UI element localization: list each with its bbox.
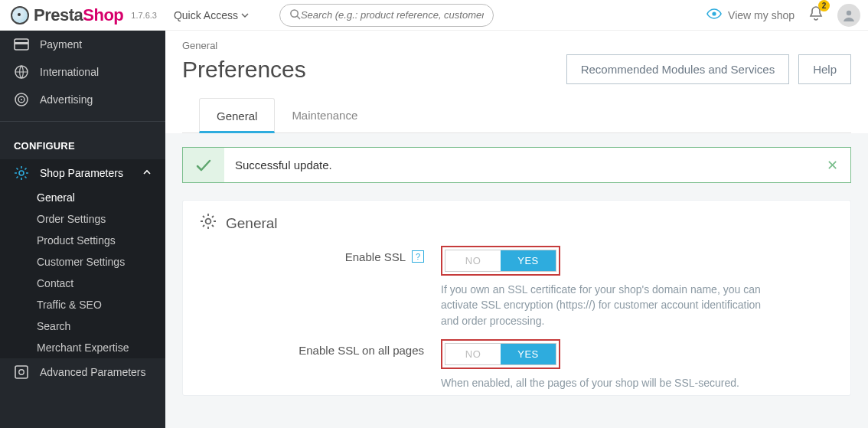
field-label: Enable SSL on all pages bbox=[200, 339, 441, 390]
search-input[interactable] bbox=[301, 9, 484, 21]
alert-close-button[interactable]: ✕ bbox=[814, 157, 850, 174]
chevron-up-icon bbox=[142, 167, 152, 179]
view-shop-link[interactable]: View my shop bbox=[706, 8, 795, 21]
sidebar-sub-customer-settings[interactable]: Customer Settings bbox=[0, 251, 165, 273]
sidebar: Payment International Advertising CONFIG… bbox=[0, 31, 165, 428]
toggle-no[interactable]: NO bbox=[445, 344, 501, 364]
main-content: General Preferences Recommended Modules … bbox=[165, 31, 868, 428]
sidebar-item-label: Advanced Parameters bbox=[40, 366, 146, 378]
sidebar-sub-order-settings[interactable]: Order Settings bbox=[0, 208, 165, 230]
quick-access-label: Quick Access bbox=[174, 9, 238, 21]
sidebar-sub-product-settings[interactable]: Product Settings bbox=[0, 230, 165, 251]
sidebar-item-payment[interactable]: Payment bbox=[0, 31, 165, 58]
gear-icon bbox=[14, 165, 29, 181]
card-icon bbox=[14, 37, 29, 52]
globe-icon bbox=[14, 64, 29, 80]
sidebar-submenu-shop-parameters: General Order Settings Product Settings … bbox=[0, 187, 165, 358]
check-icon bbox=[183, 148, 224, 182]
tab-maintenance[interactable]: Maintenance bbox=[275, 98, 374, 132]
sidebar-sub-traffic-seo[interactable]: Traffic & SEO bbox=[0, 294, 165, 315]
bell-icon bbox=[808, 12, 824, 25]
sidebar-item-label: International bbox=[40, 66, 99, 78]
sidebar-item-label: Advertising bbox=[40, 93, 93, 106]
sidebar-sub-general[interactable]: General bbox=[0, 187, 165, 208]
user-avatar[interactable] bbox=[837, 4, 860, 27]
alert-success: Successful update. ✕ bbox=[182, 147, 851, 183]
svg-point-10 bbox=[19, 171, 24, 175]
panel-heading: General bbox=[183, 201, 850, 240]
highlight-box: NO YES bbox=[441, 246, 560, 276]
brand-name: PrestaShop bbox=[34, 5, 123, 25]
sidebar-divider bbox=[0, 121, 165, 122]
svg-rect-11 bbox=[15, 366, 28, 378]
field-help: When enabled, all the pages of your shop… bbox=[441, 375, 778, 390]
settings-advanced-icon bbox=[14, 364, 29, 380]
toggle-yes[interactable]: YES bbox=[501, 344, 556, 364]
search-icon bbox=[289, 8, 301, 22]
svg-point-13 bbox=[206, 219, 211, 224]
sidebar-item-shop-parameters[interactable]: Shop Parameters bbox=[0, 159, 165, 187]
toggle-ssl[interactable]: NO YES bbox=[445, 250, 556, 272]
notification-count-badge: 2 bbox=[818, 0, 830, 11]
sidebar-item-advanced-parameters[interactable]: Advanced Parameters bbox=[0, 358, 165, 386]
content-area: Successful update. ✕ General Enable SSL bbox=[165, 133, 868, 428]
sidebar-sub-contact[interactable]: Contact bbox=[0, 273, 165, 294]
help-icon[interactable]: ? bbox=[412, 250, 424, 263]
logo-icon bbox=[11, 6, 29, 25]
svg-point-2 bbox=[712, 11, 716, 15]
field-enable-ssl-all: Enable SSL on all pages NO YES When enab… bbox=[183, 333, 850, 395]
alert-message: Successful update. bbox=[224, 148, 814, 182]
target-icon bbox=[14, 92, 29, 107]
svg-point-12 bbox=[19, 370, 24, 374]
svg-point-3 bbox=[847, 10, 851, 15]
svg-point-9 bbox=[21, 99, 22, 100]
close-icon: ✕ bbox=[827, 158, 838, 173]
panel-title: General bbox=[226, 215, 278, 232]
sidebar-item-international[interactable]: International bbox=[0, 58, 165, 86]
brand-logo[interactable]: PrestaShop bbox=[8, 5, 126, 25]
version-label: 1.7.6.3 bbox=[131, 11, 157, 20]
sidebar-sub-merchant-expertise[interactable]: Merchant Expertise bbox=[0, 337, 165, 358]
person-icon bbox=[840, 7, 857, 24]
tabs: General Maintenance bbox=[182, 98, 851, 133]
sidebar-section-title: CONFIGURE bbox=[0, 129, 165, 159]
page-title: Preferences bbox=[182, 57, 306, 83]
gear-icon bbox=[200, 213, 217, 234]
sidebar-item-advertising[interactable]: Advertising bbox=[0, 86, 165, 113]
svg-line-1 bbox=[297, 16, 300, 19]
toggle-ssl-all[interactable]: NO YES bbox=[445, 343, 556, 365]
topbar: PrestaShop 1.7.6.3 Quick Access View my … bbox=[0, 0, 868, 31]
toggle-no[interactable]: NO bbox=[445, 250, 501, 271]
eye-icon bbox=[706, 8, 722, 21]
help-button[interactable]: Help bbox=[798, 54, 851, 84]
view-shop-label: View my shop bbox=[728, 9, 795, 21]
svg-point-0 bbox=[291, 9, 298, 16]
chevron-down-icon bbox=[241, 9, 249, 21]
quick-access-menu[interactable]: Quick Access bbox=[174, 9, 249, 21]
sidebar-item-label: Payment bbox=[40, 38, 82, 51]
svg-rect-5 bbox=[15, 42, 28, 44]
recommended-modules-button[interactable]: Recommended Modules and Services bbox=[566, 54, 789, 84]
page-header: General Preferences Recommended Modules … bbox=[165, 31, 868, 133]
field-help: If you own an SSL certificate for your s… bbox=[441, 282, 778, 328]
field-label: Enable SSL ? bbox=[200, 246, 441, 328]
sidebar-sub-search[interactable]: Search bbox=[0, 315, 165, 337]
tab-general[interactable]: General bbox=[199, 98, 275, 133]
field-enable-ssl: Enable SSL ? NO YES If you own an SSL ce… bbox=[183, 240, 850, 333]
search-box[interactable] bbox=[279, 4, 494, 27]
highlight-box: NO YES bbox=[441, 339, 560, 369]
toggle-yes[interactable]: YES bbox=[501, 250, 556, 271]
sidebar-item-label: Shop Parameters bbox=[40, 167, 123, 179]
general-panel: General Enable SSL ? NO YES bbox=[182, 200, 851, 396]
notifications-button[interactable]: 2 bbox=[808, 5, 824, 25]
breadcrumb: General bbox=[182, 40, 851, 51]
